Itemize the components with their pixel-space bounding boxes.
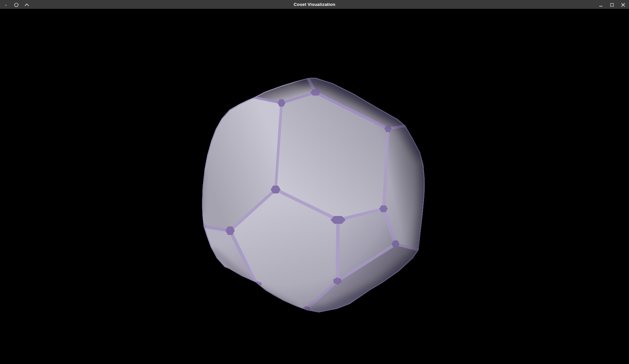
coset-3d-canvas[interactable] <box>0 9 629 364</box>
circle-icon[interactable] <box>12 1 20 8</box>
titlebar-left-icons <box>2 0 31 9</box>
dot-icon <box>2 1 10 8</box>
minimize-button[interactable] <box>597 1 605 8</box>
maximize-button[interactable] <box>608 1 616 8</box>
window-title: Coset Visualization <box>0 0 629 9</box>
window-controls <box>597 0 627 9</box>
chevron-up-icon[interactable] <box>23 1 31 8</box>
render-viewport <box>0 9 629 364</box>
titlebar: Coset Visualization <box>0 0 629 9</box>
close-button[interactable] <box>619 1 627 8</box>
